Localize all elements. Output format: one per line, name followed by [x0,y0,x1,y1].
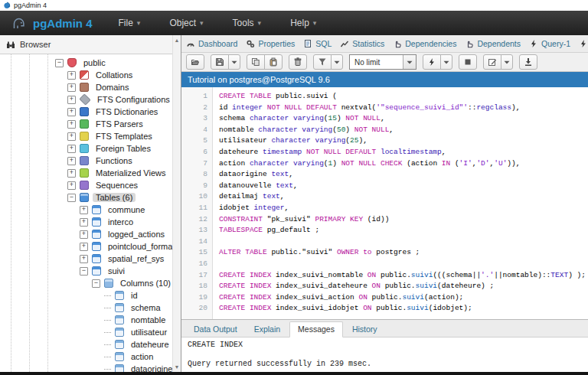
filter-options-button[interactable] [331,54,343,70]
save-button[interactable] [211,54,229,70]
edit-options-button[interactable] [501,54,513,70]
toolbar-group [483,54,513,70]
row-limit-select[interactable]: No limit [349,54,416,70]
expand-icon[interactable]: + [67,71,76,80]
collapse-icon[interactable]: − [80,267,88,276]
tree-item-dateheure[interactable]: dateheure [0,338,181,351]
tree-item-spatial-ref-sys[interactable]: +spatial_ref_sys [0,253,181,265]
tree-item-fts-dictionaries[interactable]: +FTS Dictionaries [0,106,181,118]
code-line: action character varying(1) NOT NULL CHE… [219,158,588,170]
menu-file[interactable]: File▾ [119,18,141,28]
tree-item-label: FTS Dictionaries [93,107,161,116]
output-tab-explain[interactable]: Explain [247,322,288,337]
expand-icon[interactable]: + [67,96,76,104]
expand-icon[interactable]: + [67,157,76,165]
tree-item-sequences[interactable]: +Sequences [0,179,181,191]
fts-parser-icon [80,119,89,129]
expand-icon[interactable]: + [80,255,88,263]
save-options-button[interactable] [228,54,240,70]
tab-dependencies[interactable]: Dependencies [393,39,456,48]
edit-mode-button[interactable] [483,54,501,70]
tree-item-schema[interactable]: schema [0,302,181,314]
expand-icon[interactable]: + [80,218,88,227]
connection-text: Tutorial on postgres@PostgreSQL 9.6 [188,75,330,84]
download-results-button[interactable] [519,54,537,70]
expand-icon[interactable]: + [67,145,76,153]
tree-item-foreign-tables[interactable]: +Foreign Tables [0,142,181,155]
object-tree: −public+Collations+Domains+FTS Configura… [0,54,181,372]
menu-object[interactable]: Object▾ [169,18,203,28]
tree-item-fts-templates[interactable]: +FTS Templates [0,130,181,142]
expand-icon[interactable]: + [67,120,76,129]
caret-down-icon [502,57,511,67]
token-p: (dateheure) ; [437,282,494,290]
open-file-button[interactable] [186,54,204,70]
expand-icon[interactable]: + [67,83,76,92]
tab-sql[interactable]: SQL [303,39,332,48]
stop-query-button[interactable] [459,54,477,70]
execute-options-button[interactable] [440,54,452,70]
tree-item-label: Sequences [93,181,141,190]
output-tab-history[interactable]: History [345,322,385,337]
sql-editor[interactable]: 1234567891011121314151617181920 CREATE T… [181,87,588,319]
tab-dependents[interactable]: Dependents [465,39,521,48]
token-p: (idobjet); [429,304,472,312]
delete-row-button[interactable] [289,54,307,70]
tree-item-fts-configurations[interactable]: +FTS Configurations [0,93,181,106]
tree-item-label: spatial_ref_sys [105,254,167,263]
collapse-icon[interactable]: − [55,59,64,67]
scroll-down-icon[interactable]: ▼ [174,364,180,370]
tree-item-materialized-views[interactable]: +Materialized Views [0,167,181,179]
tree-item-public[interactable]: −public [0,57,181,69]
output-tab-data-output[interactable]: Data Output [186,322,245,337]
collapse-icon[interactable]: − [67,194,76,202]
token-v: suivi [416,282,438,290]
sidebar-scrollbar[interactable]: ▲ ▼ [172,35,181,372]
chevron-down-icon[interactable] [403,55,416,69]
paste-button[interactable] [264,54,283,70]
tree-item-domains[interactable]: +Domains [0,81,181,93]
tree-item-pointcloud-formats[interactable]: +pointcloud_formats [0,240,181,253]
column-icon [115,303,124,312]
token-t: character varying [250,114,324,122]
menu-help[interactable]: Help▾ [290,18,316,28]
tree-item-functions[interactable]: +Functions [0,155,181,167]
sql-code[interactable]: CREATE TABLE public.suivi (id integer NO… [213,87,588,319]
tree-item-label: interco [105,217,136,227]
tree-item-action[interactable]: action [0,351,181,363]
expand-icon[interactable]: + [67,108,76,116]
tree-item-fts-parsers[interactable]: +FTS Parsers [0,118,181,130]
tab-query-1[interactable]: Query-1 [529,39,570,48]
filter-button[interactable] [313,54,332,70]
tab-properties[interactable]: Properties [246,39,295,48]
output-tab-messages[interactable]: Messages [289,321,343,338]
expand-icon[interactable]: + [80,206,88,214]
tab-statistics[interactable]: Statistics [340,39,384,48]
copy-icon [251,57,260,67]
tree-item-commune[interactable]: +commune [0,204,181,216]
menu-tools[interactable]: Tools▾ [233,18,262,28]
expand-icon[interactable]: + [80,230,88,239]
scroll-up-icon[interactable]: ▲ [174,38,180,43]
tab-dashboard[interactable]: Dashboard [186,39,237,48]
expand-icon[interactable]: + [80,243,88,251]
copy-button[interactable] [247,54,265,70]
expand-icon[interactable]: + [67,132,76,141]
expand-icon[interactable]: + [67,181,76,190]
code-line: CREATE INDEX index_suivi_nomtable ON pub… [219,270,588,282]
tree-item-id[interactable]: id [0,289,181,302]
tree-item-columns-10-[interactable]: −Columns (10) [0,277,181,289]
tree-item-label: Tables (6) [93,193,136,202]
tree-item-logged-actions[interactable]: +logged_actions [0,228,181,240]
expand-icon[interactable]: + [67,169,76,178]
tab-query-2[interactable]: Query-2 [579,39,588,48]
tree-item-suivi[interactable]: −suivi [0,265,181,277]
tree-item-utilisateur[interactable]: utilisateur [0,326,181,338]
tree-item-nomtable[interactable]: nomtable [0,314,181,326]
execute-query-button[interactable] [423,54,441,70]
collapse-icon[interactable]: − [92,279,100,288]
tree-item-interco[interactable]: +interco [0,216,181,228]
tree-item-dataorigine[interactable]: dataorigine [0,363,181,372]
tree-item-collations[interactable]: +Collations [0,69,181,81]
tree-item-tables-6-[interactable]: −Tables (6) [0,191,181,204]
